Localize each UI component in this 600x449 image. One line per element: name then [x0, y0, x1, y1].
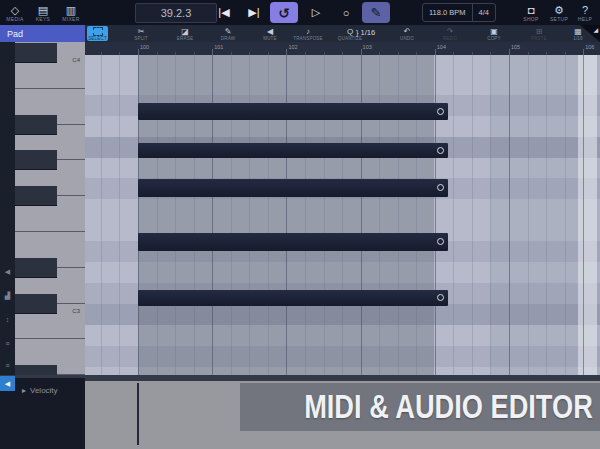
note-resize-handle[interactable]: [437, 147, 444, 154]
piano-keyboard[interactable]: C4C3: [15, 42, 85, 375]
play-icon: ▷: [312, 6, 320, 19]
velocity-label: Velocity: [30, 386, 58, 395]
setup-button[interactable]: ⚙SETUP: [546, 1, 572, 24]
monitor-speaker-icon[interactable]: ◀: [0, 264, 15, 279]
grid-line: [101, 55, 102, 375]
lines-b-icon[interactable]: ≡: [0, 358, 15, 373]
prev-button[interactable]: |◀: [212, 2, 236, 23]
record-button[interactable]: ○: [334, 2, 358, 23]
selection-rectangle-icon: [93, 27, 103, 36]
media-button[interactable]: ◇MEDIA: [2, 1, 28, 24]
mixer-button[interactable]: ▥MIXER: [58, 1, 84, 24]
ruler-tick: [416, 52, 417, 55]
ruler-tick: [546, 52, 547, 55]
split-tool-button[interactable]: ✂SPLIT: [124, 26, 158, 42]
paste-icon: ⊞: [536, 27, 543, 36]
mixer-icon: ▥: [66, 4, 76, 16]
transpose-tool-button[interactable]: ♪TRANSPOSE: [291, 26, 325, 42]
note-resize-handle[interactable]: [437, 184, 444, 191]
lines-a-icon[interactable]: ≡: [0, 336, 15, 351]
ruler-tick: [490, 52, 491, 55]
ruler-tick: [379, 52, 380, 55]
top-bar: ◇MEDIA▤KEYS▥MIXER 39.2.3 |◀▶|↺▷○✎ 118.0 …: [0, 0, 600, 25]
track-name-label[interactable]: Pad: [0, 25, 85, 42]
black-key[interactable]: [15, 150, 57, 170]
mute-icon: ◀: [267, 27, 273, 36]
grid-right-highlight: [578, 55, 597, 375]
ruler-tick: [583, 49, 584, 55]
grid-line: [119, 55, 120, 375]
black-key[interactable]: [15, 258, 57, 278]
collapse-arrow-icon: ◢: [593, 26, 598, 33]
caption-text: MIDI & AUDIO EDITOR: [304, 383, 593, 429]
next-button[interactable]: ▶|: [242, 2, 266, 23]
transpose-icon: ♪: [306, 27, 310, 36]
undo-icon: ↶: [404, 27, 411, 36]
editor-toolbar: Pad SELECT ✂SPLIT◪ERASE✎DRAW◀MUTE♪TRANSP…: [0, 25, 600, 42]
select-tool-button[interactable]: SELECT: [87, 26, 108, 41]
erase-tool-button[interactable]: ◪ERASE: [168, 26, 202, 42]
snap-grid-icon: ▦: [574, 27, 582, 36]
key-label-c4: C4: [72, 57, 80, 63]
ruler-tick: [138, 49, 139, 55]
pen-icon: ✎: [371, 5, 382, 20]
quantize-icon: Q: [347, 27, 353, 36]
loop-button[interactable]: ↺: [270, 2, 298, 23]
help-icon: ?: [582, 4, 588, 16]
black-key[interactable]: [15, 365, 57, 375]
midi-note[interactable]: [138, 290, 448, 306]
tempo-display[interactable]: 118.0 BPM 4/4: [422, 3, 496, 22]
setup-icon: ⚙: [554, 4, 564, 16]
speaker-icon[interactable]: ◀: [0, 376, 15, 391]
next-icon: ▶|: [248, 6, 259, 19]
draw-tool-button[interactable]: ✎DRAW: [211, 26, 245, 42]
copy-button[interactable]: ▣COPY: [477, 26, 511, 42]
note-resize-handle[interactable]: [437, 108, 444, 115]
copy-icon: ▣: [490, 27, 498, 36]
grid-line: [472, 55, 473, 375]
velocity-lane[interactable]: MIDI & AUDIO EDITOR: [85, 381, 600, 449]
note-resize-handle[interactable]: [437, 238, 444, 245]
quantize-value[interactable]: } 1/16: [356, 28, 375, 37]
ruler-tick: [231, 52, 232, 55]
midi-note[interactable]: [138, 233, 448, 251]
ruler-tick: [361, 49, 362, 55]
black-key[interactable]: [15, 186, 57, 206]
midi-note[interactable]: [138, 143, 448, 158]
split-icon: ✂: [138, 27, 145, 36]
play-button[interactable]: ▷: [304, 2, 328, 23]
redo-button[interactable]: ↷REDO: [433, 26, 467, 42]
note-grid[interactable]: [85, 55, 600, 375]
black-key[interactable]: [15, 43, 57, 63]
bar-ruler[interactable]: 100101102103104105106: [85, 42, 600, 55]
bar-number: 105: [511, 44, 520, 50]
midi-note[interactable]: [138, 103, 448, 120]
bar-number: 106: [585, 44, 594, 50]
bpm-value[interactable]: 118.0 BPM: [423, 4, 472, 21]
paste-button[interactable]: ⊞PASTE: [522, 26, 556, 42]
meter-icon[interactable]: ▟: [0, 288, 15, 303]
bar-number: 102: [288, 44, 297, 50]
grid-line: [546, 55, 547, 375]
black-key[interactable]: [15, 115, 57, 135]
velocity-expand-arrow-icon[interactable]: ▸: [22, 386, 26, 395]
velocity-bar[interactable]: [137, 383, 139, 445]
shop-button[interactable]: ◘SHOP: [518, 1, 544, 24]
undo-button[interactable]: ↶UNDO: [390, 26, 424, 42]
loop-icon: ↺: [278, 5, 290, 21]
midi-note[interactable]: [138, 179, 448, 197]
help-button[interactable]: ?HELP: [572, 1, 598, 24]
black-key[interactable]: [15, 294, 57, 314]
ruler-tick: [342, 52, 343, 55]
ruler-tick: [286, 49, 287, 55]
pen-button[interactable]: ✎: [362, 2, 390, 23]
note-resize-handle[interactable]: [437, 294, 444, 301]
time-display[interactable]: 39.2.3: [135, 3, 217, 23]
range-icon[interactable]: ↕: [0, 312, 15, 327]
mute-tool-button[interactable]: ◀MUTE: [253, 26, 287, 42]
keys-icon: ▤: [38, 4, 48, 16]
grid-line: [509, 55, 510, 375]
time-signature[interactable]: 4/4: [472, 4, 495, 21]
keys-button[interactable]: ▤KEYS: [30, 1, 56, 24]
ruler-tick: [212, 49, 213, 55]
